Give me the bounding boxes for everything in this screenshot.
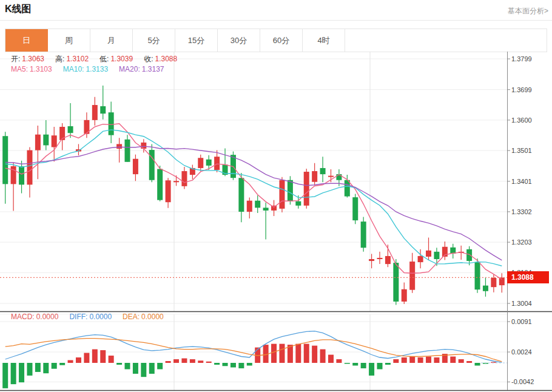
candle-body <box>116 144 122 149</box>
current-price-tag: 1.3088 <box>507 271 549 283</box>
ma-readout: MA5:1.3103 MA10:1.3133 MA20:1.3137 <box>11 65 164 73</box>
candle-body <box>328 176 334 177</box>
macd-hist-bar <box>361 363 366 368</box>
diff-value: 0.0000 <box>89 313 112 321</box>
macd-hist-bar <box>434 357 439 363</box>
candle-body <box>466 249 472 261</box>
macd-hist-bar <box>125 363 130 369</box>
low-label: 低: <box>99 54 109 64</box>
dea-label: DEA: <box>123 313 140 321</box>
price-axis-label: 1.3799 <box>511 55 532 63</box>
macd-hist-bar <box>92 350 98 363</box>
macd-hist-bar <box>328 355 334 363</box>
macd-hist-bar <box>214 363 220 365</box>
macd-hist-bar <box>190 359 195 363</box>
macd-hist-bar <box>2 363 8 388</box>
macd-hist-bar <box>11 363 16 384</box>
high-value: 1.3102 <box>66 55 89 63</box>
macd-hist-bar <box>157 363 163 369</box>
candle-body <box>141 143 146 149</box>
candle-body <box>206 160 212 166</box>
candle-body <box>402 289 407 302</box>
close-value: 1.3088 <box>155 55 177 63</box>
candle-body <box>100 106 106 113</box>
candle-body <box>312 171 317 182</box>
diff-label: DIFF: <box>69 313 87 321</box>
macd-hist-bar <box>223 363 228 366</box>
macd-hist-bar <box>402 357 407 363</box>
price-axis-label: 1.3401 <box>511 178 532 185</box>
macd-readout: MACD:0.0000 DIFF:0.0000 DEA:0.0000 <box>11 313 164 321</box>
macd-hist-bar <box>393 359 399 363</box>
macd-hist-bar <box>109 356 114 363</box>
ma5-value: 1.3103 <box>30 65 52 73</box>
macd-hist-bar <box>52 363 57 369</box>
macd-hist-bar <box>304 344 309 363</box>
price-axis-label: 1.3600 <box>511 117 532 124</box>
candle-body <box>125 140 130 162</box>
candle-body <box>295 201 301 206</box>
candle-body <box>377 258 383 259</box>
candle-body <box>426 251 431 257</box>
macd-hist-bar <box>271 344 277 363</box>
price-axis-label: 1.3302 <box>511 208 532 215</box>
close-label: 收: <box>144 54 153 64</box>
macd-hist-bar <box>100 350 106 363</box>
ma5-label: MA5: <box>11 65 28 73</box>
macd-hist-bar <box>377 363 383 369</box>
macd-hist-bar <box>426 357 431 363</box>
macd-hist-bar <box>247 363 252 365</box>
macd-hist-bar <box>84 353 89 363</box>
macd-hist-bar <box>181 359 187 363</box>
macd-hist-bar <box>59 363 65 365</box>
macd-hist-bar <box>466 361 472 363</box>
macd-hist-bar <box>35 363 41 372</box>
macd-axis-label: 0.0024 <box>511 348 532 356</box>
macd-hist-bar <box>76 357 81 363</box>
candle-body <box>109 112 114 135</box>
ohlc-readout: 开:1.3063 高:1.3102 低:1.3039 收:1.3088 <box>11 54 177 64</box>
macd-value: 0.0000 <box>36 313 59 321</box>
macd-hist-bar <box>450 357 456 363</box>
open-label: 开: <box>11 54 20 64</box>
candle-body <box>181 171 187 186</box>
candle-body <box>320 168 326 174</box>
high-label: 高: <box>55 54 64 64</box>
macd-hist-bar <box>345 363 350 363</box>
candle-body <box>238 178 244 212</box>
macd-hist-bar <box>19 363 24 382</box>
ma20-value: 1.3137 <box>142 65 164 73</box>
candle-body <box>27 150 32 185</box>
open-value: 1.3063 <box>22 55 44 63</box>
macd-hist-bar <box>173 359 179 363</box>
candle-body <box>133 159 138 174</box>
macd-axis-label: -0.0042 <box>511 378 534 385</box>
macd-hist-bar <box>336 359 342 363</box>
macd-axis-label: 0.0091 <box>511 318 532 325</box>
candle-body <box>263 208 269 211</box>
kline-widget: K线图 基本面分析> 日周月5分15分30分60分4时 开:1.3063 高:1… <box>0 0 552 392</box>
candle-body <box>361 221 366 248</box>
macd-hist-bar <box>459 359 464 363</box>
candle-body <box>336 174 342 180</box>
candle-body <box>385 256 391 264</box>
macd-hist-bar <box>279 344 284 363</box>
dea-value: 0.0000 <box>141 313 164 321</box>
macd-hist-bar <box>295 344 301 363</box>
macd-hist-bar <box>418 357 423 363</box>
macd-hist-bar <box>133 363 138 374</box>
low-value: 1.3039 <box>110 55 133 63</box>
macd-hist-bar <box>352 363 358 365</box>
macd-hist-bar <box>231 363 236 367</box>
candle-body <box>279 180 284 209</box>
candle-body <box>157 169 163 200</box>
macd-hist-bar <box>385 363 391 365</box>
candle-body <box>52 135 57 147</box>
candle-body <box>198 158 203 168</box>
price-axis-label: 1.3203 <box>511 238 532 246</box>
candle-body <box>166 180 171 202</box>
candle-body <box>173 181 179 182</box>
ma20-label: MA20: <box>119 65 140 73</box>
macd-hist-bar <box>43 363 49 373</box>
ma20-line <box>5 146 502 260</box>
